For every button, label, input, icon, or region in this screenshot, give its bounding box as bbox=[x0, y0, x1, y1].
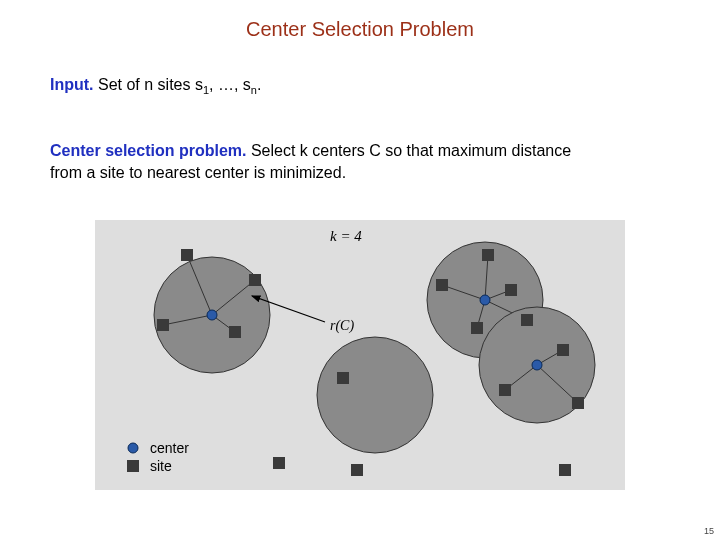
site-mark bbox=[557, 344, 569, 356]
site-mark bbox=[471, 322, 483, 334]
svg-point-16 bbox=[317, 337, 433, 453]
problem-text-1: Select k centers C so that maximum dista… bbox=[247, 142, 572, 159]
problem-line-1: Center selection problem. Select k cente… bbox=[50, 140, 680, 162]
page-title: Center Selection Problem bbox=[0, 18, 720, 41]
input-text-a: Set of n sites s bbox=[94, 76, 203, 93]
site-mark bbox=[559, 464, 571, 476]
site-mark bbox=[482, 249, 494, 261]
legend-center-text: center bbox=[150, 440, 189, 456]
site-mark bbox=[273, 457, 285, 469]
input-sub-n: n bbox=[251, 84, 257, 96]
site-mark bbox=[351, 464, 363, 476]
site-mark bbox=[337, 372, 349, 384]
input-label: Input. bbox=[50, 76, 94, 93]
center-mark bbox=[532, 360, 542, 370]
center-mark bbox=[480, 295, 490, 305]
input-sub-1: 1 bbox=[203, 84, 209, 96]
input-line: Input. Set of n sites s1, …, sn. bbox=[50, 76, 261, 94]
site-mark bbox=[499, 384, 511, 396]
legend-center-icon bbox=[128, 443, 138, 453]
site-mark bbox=[436, 279, 448, 291]
center-circle bbox=[317, 337, 433, 453]
input-text-c: . bbox=[257, 76, 261, 93]
site-mark bbox=[505, 284, 517, 296]
k-label: k = 4 bbox=[330, 228, 362, 245]
problem-line-2: from a site to nearest center is minimiz… bbox=[50, 164, 680, 182]
legend-site-icon bbox=[127, 460, 139, 472]
site-mark bbox=[157, 319, 169, 331]
center-mark bbox=[207, 310, 217, 320]
site-mark bbox=[249, 274, 261, 286]
site-mark bbox=[572, 397, 584, 409]
r-label: r(C) bbox=[330, 318, 354, 334]
site-mark bbox=[521, 314, 533, 326]
site-mark bbox=[229, 326, 241, 338]
legend-site-text: site bbox=[150, 458, 172, 474]
input-text-b: , …, s bbox=[209, 76, 251, 93]
page-number: 15 bbox=[704, 526, 714, 536]
problem-label: Center selection problem. bbox=[50, 142, 247, 159]
site-mark bbox=[181, 249, 193, 261]
